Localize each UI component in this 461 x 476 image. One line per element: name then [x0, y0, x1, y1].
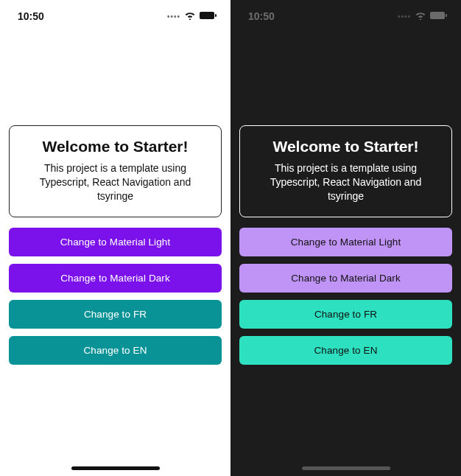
welcome-card: Welcome to Starter! This project is a te… [239, 125, 452, 217]
status-bar: 10:50 •••• [0, 0, 230, 32]
svg-rect-2 [430, 12, 445, 19]
screen-content: Welcome to Starter! This project is a te… [230, 32, 461, 476]
status-bar: 10:50 •••• [230, 0, 461, 32]
change-fr-button[interactable]: Change to FR [9, 300, 222, 329]
phone-light-mockup: 10:50 •••• Welcome to Starter! This proj… [0, 0, 230, 476]
welcome-title: Welcome to Starter! [23, 138, 208, 155]
home-indicator[interactable] [71, 466, 160, 470]
svg-rect-1 [215, 14, 217, 17]
battery-icon [430, 10, 448, 22]
change-material-light-button[interactable]: Change to Material Light [239, 228, 452, 256]
svg-rect-0 [200, 12, 214, 19]
cellular-icon: •••• [167, 13, 180, 21]
cellular-icon: •••• [398, 13, 411, 21]
status-time: 10:50 [248, 10, 275, 22]
welcome-card: Welcome to Starter! This project is a te… [9, 125, 222, 217]
phone-dark-mockup: 10:50 •••• Welcome to Starter! This proj… [230, 0, 461, 476]
battery-icon [200, 10, 217, 22]
home-indicator[interactable] [302, 466, 390, 470]
change-fr-button[interactable]: Change to FR [239, 300, 452, 329]
change-material-light-button[interactable]: Change to Material Light [9, 228, 222, 256]
change-material-dark-button[interactable]: Change to Material Dark [239, 264, 452, 293]
welcome-subtitle: This project is a template using Typescr… [253, 161, 438, 203]
svg-rect-3 [446, 14, 447, 17]
screen-content: Welcome to Starter! This project is a te… [0, 32, 230, 476]
status-icons: •••• [167, 10, 217, 22]
status-icons: •••• [398, 10, 448, 22]
wifi-icon [184, 10, 196, 22]
status-time: 10:50 [18, 10, 44, 22]
wifi-icon [415, 10, 426, 22]
change-material-dark-button[interactable]: Change to Material Dark [9, 264, 222, 293]
change-en-button[interactable]: Change to EN [239, 336, 452, 365]
welcome-subtitle: This project is a template using Typescr… [23, 161, 208, 203]
welcome-title: Welcome to Starter! [253, 138, 438, 155]
change-en-button[interactable]: Change to EN [9, 336, 222, 365]
